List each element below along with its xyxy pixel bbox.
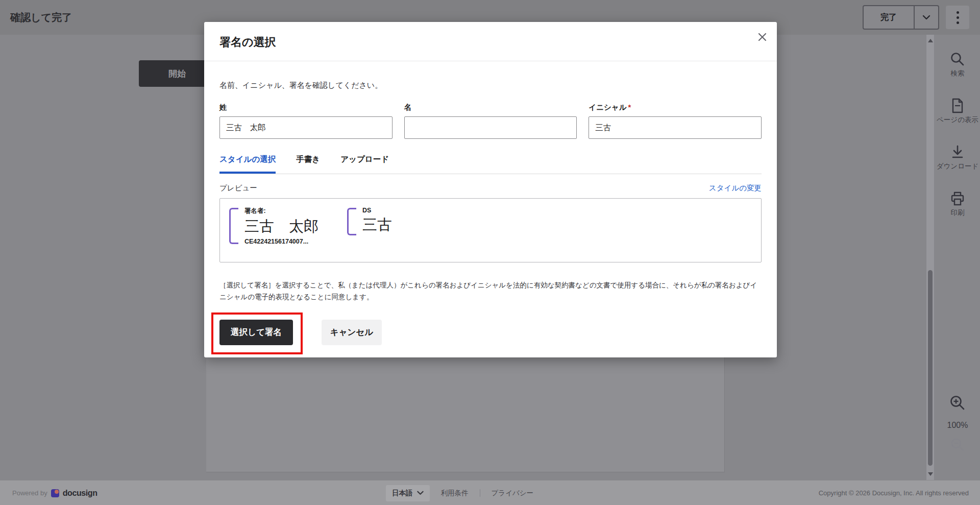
- language-selector[interactable]: 日本語: [386, 485, 430, 501]
- preview-header-row: プレビュー スタイルの変更: [219, 183, 762, 193]
- search-tool[interactable]: 検索: [949, 51, 966, 78]
- initials-text: 三古: [362, 217, 392, 233]
- footer: Powered by docusign 日本語 利用条件 プライバシー Copy…: [0, 480, 980, 505]
- finish-button[interactable]: 完了: [864, 6, 914, 29]
- signature-id: CE42242156174007...: [244, 238, 318, 245]
- language-label: 日本語: [392, 489, 413, 498]
- copyright-text: Copyright © 2026 Docusign, Inc. All righ…: [819, 480, 969, 505]
- more-options-button[interactable]: [946, 6, 969, 29]
- tab-draw[interactable]: 手書き: [296, 154, 320, 174]
- scroll-up-arrow[interactable]: [928, 39, 933, 42]
- page-view-icon: [949, 98, 966, 114]
- docusign-logo-icon: [51, 489, 59, 497]
- cancel-button[interactable]: キャンセル: [322, 320, 382, 345]
- initials-bracket-icon: [347, 208, 356, 235]
- signing-app: 確認して完了 完了 開始 検索 ページの表示: [0, 0, 980, 505]
- docusign-wordmark: docusign: [63, 489, 97, 498]
- initials-field[interactable]: [589, 116, 762, 139]
- signed-by-label: 署名者:: [244, 207, 318, 215]
- dialog-body: 名前、イニシャル、署名を確認してください。 姓 名 イニシャル* スタイルの選択…: [204, 81, 777, 345]
- initials-stamp: DS 三古: [347, 207, 392, 236]
- last-name-group: 姓: [219, 103, 393, 139]
- close-button[interactable]: [754, 29, 770, 44]
- chevron-down-icon: [417, 491, 424, 495]
- download-label: ダウンロード: [937, 162, 979, 171]
- last-name-label: 姓: [219, 103, 393, 112]
- tab-upload[interactable]: アップロード: [340, 154, 389, 174]
- dialog-intro-text: 名前、イニシャル、署名を確認してください。: [219, 81, 762, 90]
- adopt-and-sign-button[interactable]: 選択して署名: [219, 320, 293, 345]
- zoom-in-icon: [949, 394, 966, 412]
- search-icon: [949, 51, 966, 67]
- dialog-header: 署名の選択: [204, 22, 777, 61]
- initials-group: イニシャル*: [589, 103, 762, 139]
- dialog-title: 署名の選択: [219, 35, 762, 50]
- print-tool[interactable]: 印刷: [949, 190, 966, 218]
- powered-by: Powered by docusign: [12, 480, 97, 505]
- page-view-tool[interactable]: ページの表示: [937, 98, 978, 125]
- zoom-out-icon: [950, 437, 965, 452]
- scroll-down-arrow[interactable]: [928, 472, 933, 476]
- signature-preview-box: 署名者: 三古 太郎 CE42242156174007... DS 三古: [219, 198, 762, 262]
- adopt-button-wrap: 選択して署名: [219, 320, 293, 345]
- name-fields: 姓 名 イニシャル*: [219, 103, 762, 139]
- first-name-group: 名: [404, 103, 577, 139]
- terms-link[interactable]: 利用条件: [441, 489, 469, 498]
- initials-label: イニシャル*: [589, 103, 762, 112]
- dialog-actions: 選択して署名 キャンセル: [219, 320, 762, 345]
- zoom-level: 100%: [947, 421, 968, 430]
- page-title: 確認して完了: [10, 0, 72, 35]
- signature-bracket-icon: [229, 208, 238, 244]
- finish-dropdown-button[interactable]: [915, 6, 938, 29]
- initials-frame-label: DS: [362, 207, 392, 214]
- powered-by-label: Powered by: [12, 489, 47, 497]
- footer-divider: [480, 489, 480, 497]
- page-view-label: ページの表示: [937, 115, 978, 125]
- consent-text: ［選択して署名］を選択することで、私（または代理人）がこれらの署名およびイニシャ…: [219, 280, 762, 303]
- print-icon: [949, 190, 966, 207]
- privacy-link[interactable]: プライバシー: [492, 489, 534, 498]
- footer-links: 日本語 利用条件 プライバシー: [386, 480, 533, 505]
- adopt-signature-dialog: 署名の選択 名前、イニシャル、署名を確認してください。 姓 名 イニシャル*: [204, 22, 777, 357]
- last-name-field[interactable]: [219, 116, 393, 139]
- signature-stamp: 署名者: 三古 太郎 CE42242156174007...: [229, 207, 318, 245]
- zoom-controls: 100%: [935, 394, 980, 454]
- style-tabs: スタイルの選択 手書き アップロード: [219, 154, 762, 174]
- close-icon: [758, 33, 767, 41]
- first-name-field[interactable]: [404, 116, 577, 139]
- download-tool[interactable]: ダウンロード: [937, 144, 979, 171]
- download-icon: [949, 144, 966, 160]
- zoom-out-button[interactable]: [950, 437, 965, 454]
- change-style-link[interactable]: スタイルの変更: [709, 183, 762, 193]
- signature-text: 三古 太郎: [244, 218, 318, 235]
- preview-label: プレビュー: [219, 183, 257, 193]
- chevron-down-icon: [922, 13, 930, 22]
- tab-choose-style[interactable]: スタイルの選択: [219, 154, 276, 174]
- scrollbar-thumb[interactable]: [928, 270, 933, 466]
- zoom-in-button[interactable]: [949, 394, 966, 414]
- search-label: 検索: [951, 69, 965, 78]
- print-label: 印刷: [951, 208, 965, 218]
- kebab-icon: [957, 11, 959, 14]
- vertical-scrollbar[interactable]: [926, 35, 935, 480]
- required-asterisk: *: [628, 103, 631, 111]
- viewer-toolbar: 検索 ページの表示 ダウンロード 印刷: [935, 51, 980, 237]
- first-name-label: 名: [404, 103, 577, 112]
- finish-split-button: 完了: [863, 5, 939, 30]
